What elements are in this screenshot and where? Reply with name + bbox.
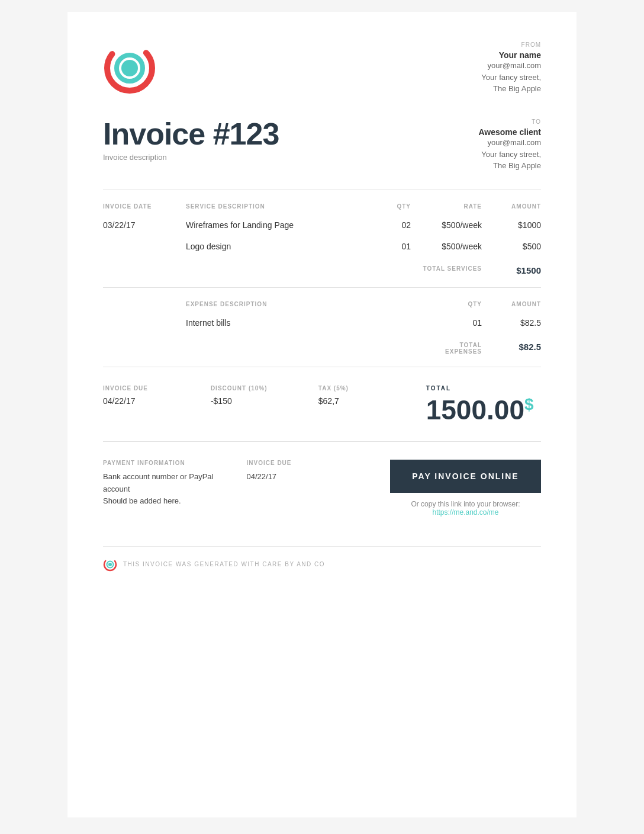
to-name: Awesome client xyxy=(478,127,541,137)
svg-point-2 xyxy=(121,60,138,76)
payment-info-text2: Should be added here. xyxy=(103,495,229,508)
service-amount-1: $1000 xyxy=(482,220,541,230)
expense-date-empty xyxy=(103,318,186,328)
from-city: The Big Apple xyxy=(481,83,541,95)
from-street: Your fancy street, xyxy=(481,72,541,84)
company-logo xyxy=(103,41,156,95)
payment-invoice-due: INVOICE DUE 04/22/17 xyxy=(247,460,373,483)
payment-cta: PAY INVOICE ONLINE Or copy this link int… xyxy=(390,460,541,517)
pay-invoice-button[interactable]: PAY INVOICE ONLINE xyxy=(390,460,541,493)
service-row-2: Logo design 01 $500/week $500 xyxy=(103,236,541,257)
payment-info-text1: Bank account number or PayPal account xyxy=(103,471,229,496)
services-total-label: TOTAL SERVICES xyxy=(411,265,482,275)
expenses-divider-top xyxy=(103,287,541,288)
services-divider-top xyxy=(103,190,541,190)
payment-invoice-due-value: 04/22/17 xyxy=(247,471,373,483)
payment-invoice-due-label: INVOICE DUE xyxy=(247,460,373,466)
service-rate-2: $500/week xyxy=(411,242,482,251)
footer-logo-icon xyxy=(103,557,117,572)
copy-link-url[interactable]: https://me.and.co/me xyxy=(432,508,498,517)
copy-link-prefix: Or copy this link into your browser: xyxy=(411,500,520,508)
expenses-total-value: $82.5 xyxy=(482,342,541,355)
service-qty-2: 01 xyxy=(363,242,411,251)
total-currency: $ xyxy=(524,395,534,413)
col-header-qty: QTY xyxy=(363,203,411,210)
col-header-amount: AMOUNT xyxy=(482,203,541,210)
summary-tax: TAX (5%) $62,7 xyxy=(318,385,414,406)
invoice-header: FROM Your name your@mail.com Your fancy … xyxy=(103,41,541,95)
col-header-service-desc: SERVICE DESCRIPTION xyxy=(186,203,363,210)
summary-tax-value: $62,7 xyxy=(318,396,414,406)
summary-total-value: 1500.00$ xyxy=(426,396,541,424)
col-header-rate: RATE xyxy=(411,203,482,210)
to-email: your@mail.com xyxy=(478,137,541,149)
from-email: your@mail.com xyxy=(481,60,541,72)
total-integer: 1500.00 xyxy=(426,394,524,425)
col-header-expense-amount: AMOUNT xyxy=(482,301,541,307)
to-city: The Big Apple xyxy=(478,160,541,172)
service-desc-1: Wireframes for Landing Page xyxy=(186,220,363,230)
payment-info: PAYMENT INFORMATION Bank account number … xyxy=(103,460,229,508)
services-table-header: INVOICE DATE SERVICE DESCRIPTION QTY RAT… xyxy=(103,196,541,214)
invoice-page: FROM Your name your@mail.com Your fancy … xyxy=(67,12,577,817)
service-rate-1: $500/week xyxy=(411,220,482,230)
col-header-expense-desc: EXPENSE DESCRIPTION xyxy=(186,301,434,307)
summary-total-label: TOTAL xyxy=(426,385,541,392)
services-total-value: $1500 xyxy=(482,265,541,275)
expenses-total-label: TOTAL EXPENSES xyxy=(434,342,482,355)
service-desc-2: Logo design xyxy=(186,242,363,251)
col-header-expense-qty: QTY xyxy=(434,301,482,307)
svg-point-5 xyxy=(108,563,112,566)
services-table: INVOICE DATE SERVICE DESCRIPTION QTY RAT… xyxy=(103,196,541,281)
invoice-left: Invoice #123 Invoice description xyxy=(103,118,279,162)
col-header-invoice-date: INVOICE DATE xyxy=(103,203,186,210)
summary-invoice-due-value: 04/22/17 xyxy=(103,396,199,406)
expenses-table-header: EXPENSE DESCRIPTION QTY AMOUNT xyxy=(103,294,541,312)
to-label: TO xyxy=(478,118,541,125)
service-date-empty xyxy=(103,242,186,251)
summary-section: INVOICE DUE 04/22/17 DISCOUNT (10%) -$15… xyxy=(103,367,541,441)
payment-section: PAYMENT INFORMATION Bank account number … xyxy=(103,441,541,528)
copy-link-text: Or copy this link into your browser: htt… xyxy=(390,500,541,517)
expense-amount-1: $82.5 xyxy=(482,318,541,328)
invoice-title-section: Invoice #123 Invoice description TO Awes… xyxy=(103,118,541,172)
summary-total: TOTAL 1500.00$ xyxy=(426,385,541,424)
expenses-table: EXPENSE DESCRIPTION QTY AMOUNT Internet … xyxy=(103,294,541,361)
from-block: FROM Your name your@mail.com Your fancy … xyxy=(481,41,541,95)
service-qty-1: 02 xyxy=(363,220,411,230)
service-invoice-date: 03/22/17 xyxy=(103,220,186,230)
expense-desc-1: Internet bills xyxy=(186,318,434,328)
to-street: Your fancy street, xyxy=(478,149,541,161)
summary-discount-label: DISCOUNT (10%) xyxy=(211,385,307,392)
invoice-description: Invoice description xyxy=(103,153,279,162)
summary-invoice-due: INVOICE DUE 04/22/17 xyxy=(103,385,199,406)
summary-invoice-due-label: INVOICE DUE xyxy=(103,385,199,392)
to-block: TO Awesome client your@mail.com Your fan… xyxy=(478,118,541,172)
summary-discount-value: -$150 xyxy=(211,396,307,406)
footer-text: THIS INVOICE WAS GENERATED WITH CARE BY … xyxy=(123,561,325,567)
service-amount-2: $500 xyxy=(482,242,541,251)
service-row-1: 03/22/17 Wireframes for Landing Page 02 … xyxy=(103,214,541,236)
payment-info-label: PAYMENT INFORMATION xyxy=(103,460,229,466)
summary-tax-label: TAX (5%) xyxy=(318,385,414,392)
expense-qty-1: 01 xyxy=(434,318,482,328)
from-label: FROM xyxy=(481,41,541,48)
invoice-title: Invoice #123 xyxy=(103,118,279,149)
summary-discount: DISCOUNT (10%) -$150 xyxy=(211,385,307,406)
expenses-total-row: TOTAL EXPENSES $82.5 xyxy=(103,333,541,361)
services-total-row: TOTAL SERVICES $1500 xyxy=(103,257,541,281)
col-header-expense-date-empty xyxy=(103,301,186,307)
expense-row-1: Internet bills 01 $82.5 xyxy=(103,312,541,333)
invoice-footer: THIS INVOICE WAS GENERATED WITH CARE BY … xyxy=(103,546,541,572)
from-name: Your name xyxy=(481,50,541,60)
